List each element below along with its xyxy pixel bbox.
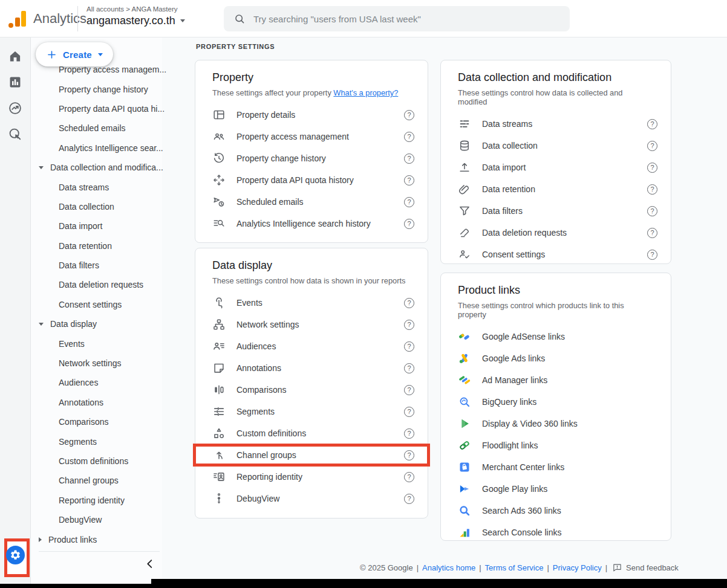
help-icon[interactable]: ? xyxy=(647,163,657,173)
help-icon[interactable]: ? xyxy=(647,141,657,151)
settings-item-ad-manager-links[interactable]: Ad Manager links xyxy=(441,369,671,391)
settings-item-reporting-identity[interactable]: Reporting identity? xyxy=(195,466,428,488)
sidebar-item-network-settings[interactable]: Network settings xyxy=(31,354,162,373)
settings-item-data-import[interactable]: Data import? xyxy=(441,157,671,178)
help-icon[interactable]: ? xyxy=(404,219,414,229)
sidebar-item-data-collection[interactable]: Data collection xyxy=(31,197,162,216)
sidebar-item-data-deletion-requests[interactable]: Data deletion requests xyxy=(31,275,162,294)
analytics-logo[interactable]: Analytics xyxy=(8,10,86,28)
help-icon[interactable]: ? xyxy=(647,228,657,238)
sidebar-item-product-links[interactable]: Product links xyxy=(31,529,162,549)
settings-item-comparisons[interactable]: Comparisons? xyxy=(195,379,428,401)
help-icon[interactable]: ? xyxy=(404,363,414,373)
help-icon[interactable]: ? xyxy=(404,175,414,186)
settings-item-analytics-intelligence-search-history[interactable]: Analytics Intelligence search history? xyxy=(195,213,428,234)
sidebar-item-data-filters[interactable]: Data filters xyxy=(31,256,162,275)
help-icon[interactable]: ? xyxy=(404,407,414,417)
sidebar-item-reporting-identity[interactable]: Reporting identity xyxy=(31,491,162,510)
send-feedback-link[interactable]: Send feedback xyxy=(626,563,679,572)
property-selector[interactable]: angamastery.co.th xyxy=(86,15,185,27)
search-bar[interactable] xyxy=(224,6,570,31)
chevron-down-icon[interactable] xyxy=(39,166,44,169)
settings-item-property-details[interactable]: Property details? xyxy=(195,104,428,126)
sidebar-item-data-retention[interactable]: Data retention xyxy=(31,236,162,256)
settings-item-scheduled-emails[interactable]: Scheduled emails? xyxy=(195,191,428,213)
sidebar-item-data-streams[interactable]: Data streams xyxy=(31,177,162,196)
settings-item-debugview[interactable]: DebugView? xyxy=(195,488,428,509)
settings-item-channel-groups[interactable]: Channel groups? xyxy=(195,444,428,466)
help-icon[interactable]: ? xyxy=(404,132,414,142)
collapse-sidebar-button[interactable] xyxy=(143,557,157,570)
settings-item-data-retention[interactable]: Data retention? xyxy=(441,178,671,200)
account-switcher[interactable]: All accounts > ANGA Mastery angamastery.… xyxy=(86,5,185,27)
help-icon[interactable]: ? xyxy=(404,298,414,308)
sidebar-item-comparisons[interactable]: Comparisons xyxy=(31,412,162,431)
settings-item-audiences[interactable]: Audiences? xyxy=(195,335,428,357)
settings-item-data-deletion-requests[interactable]: Data deletion requests? xyxy=(441,222,671,244)
privacy-policy-link[interactable]: Privacy Policy xyxy=(553,563,602,572)
help-icon[interactable]: ? xyxy=(404,428,414,439)
help-icon[interactable]: ? xyxy=(404,472,414,482)
settings-item-custom-definitions[interactable]: Custom definitions? xyxy=(195,422,428,444)
settings-item-data-streams[interactable]: Data streams? xyxy=(441,113,671,135)
admin-gear-button[interactable] xyxy=(6,546,25,564)
nav-home-button[interactable] xyxy=(7,48,23,64)
help-icon[interactable]: ? xyxy=(647,184,657,195)
nav-advertising-button[interactable] xyxy=(7,100,23,116)
sidebar-item-consent-settings[interactable]: Consent settings xyxy=(31,295,162,314)
help-icon[interactable]: ? xyxy=(404,153,414,164)
sidebar-item-audiences[interactable]: Audiences xyxy=(31,373,162,392)
settings-item-google-play-links[interactable]: Google Play links xyxy=(441,478,671,500)
settings-item-annotations[interactable]: Annotations? xyxy=(195,357,428,379)
help-icon[interactable]: ? xyxy=(404,385,414,395)
help-icon[interactable]: ? xyxy=(647,206,657,216)
settings-item-consent-settings[interactable]: Consent settings? xyxy=(441,244,671,265)
nav-explore-button[interactable] xyxy=(7,126,23,142)
help-icon[interactable]: ? xyxy=(404,450,414,460)
chevron-down-icon[interactable] xyxy=(98,53,103,56)
settings-item-network-settings[interactable]: Network settings? xyxy=(195,314,428,335)
help-icon[interactable]: ? xyxy=(404,341,414,352)
help-icon[interactable]: ? xyxy=(404,110,414,120)
settings-item-search-console-links[interactable]: Search Console links xyxy=(441,522,671,543)
settings-item-property-data-api-quota-history[interactable]: Property data API quota history? xyxy=(195,169,428,191)
sidebar-item-custom-definitions[interactable]: Custom definitions xyxy=(31,451,162,471)
sidebar-item-analytics-intelligence-sear[interactable]: Analytics Intelligence sear... xyxy=(31,138,162,158)
sidebar-item-segments[interactable]: Segments xyxy=(31,431,162,451)
sidebar-item-scheduled-emails[interactable]: Scheduled emails xyxy=(31,118,162,138)
analytics-home-link[interactable]: Analytics home xyxy=(422,563,475,572)
settings-item-floodlight-links[interactable]: Floodlight links xyxy=(441,435,671,456)
help-icon[interactable]: ? xyxy=(404,494,414,504)
sidebar-item-property-data-api-quota-hi[interactable]: Property data API quota hi... xyxy=(31,99,162,118)
nav-reports-button[interactable] xyxy=(7,74,23,90)
settings-item-search-ads-360-links[interactable]: Search Ads 360 links xyxy=(441,500,671,522)
chevron-down-icon[interactable] xyxy=(39,323,44,326)
chevron-right-icon[interactable] xyxy=(39,537,42,542)
create-button[interactable]: Create xyxy=(36,42,113,66)
settings-item-display-video-360-links[interactable]: Display & Video 360 links xyxy=(441,413,671,435)
settings-item-events[interactable]: Events? xyxy=(195,292,428,314)
whats-a-property-link[interactable]: What's a property? xyxy=(333,88,398,97)
settings-item-property-access-management[interactable]: Property access management? xyxy=(195,126,428,147)
sidebar-item-data-import[interactable]: Data import xyxy=(31,216,162,236)
sidebar-item-channel-groups[interactable]: Channel groups xyxy=(31,471,162,490)
sidebar-item-property-change-history[interactable]: Property change history xyxy=(31,79,162,99)
sidebar-item-debugview[interactable]: DebugView xyxy=(31,510,162,529)
settings-item-segments[interactable]: Segments? xyxy=(195,401,428,422)
settings-item-bigquery-links[interactable]: BigQuery links xyxy=(441,391,671,413)
help-icon[interactable]: ? xyxy=(647,119,657,129)
sidebar-item-data-collection-and-modifica[interactable]: Data collection and modifica... xyxy=(31,158,162,177)
settings-item-property-change-history[interactable]: Property change history? xyxy=(195,147,428,169)
search-input[interactable] xyxy=(253,14,560,24)
help-icon[interactable]: ? xyxy=(404,320,414,330)
terms-of-service-link[interactable]: Terms of Service xyxy=(485,563,544,572)
sidebar-item-data-display[interactable]: Data display xyxy=(31,314,162,334)
sidebar-item-annotations[interactable]: Annotations xyxy=(31,393,162,412)
sidebar-item-events[interactable]: Events xyxy=(31,334,162,353)
settings-item-data-collection[interactable]: Data collection? xyxy=(441,135,671,157)
settings-item-google-adsense-links[interactable]: Google AdSense links xyxy=(441,326,671,347)
settings-item-google-ads-links[interactable]: Google Ads links xyxy=(441,347,671,369)
help-icon[interactable]: ? xyxy=(404,197,414,207)
settings-item-data-filters[interactable]: Data filters? xyxy=(441,200,671,222)
settings-item-merchant-center-links[interactable]: Merchant Center links xyxy=(441,456,671,478)
